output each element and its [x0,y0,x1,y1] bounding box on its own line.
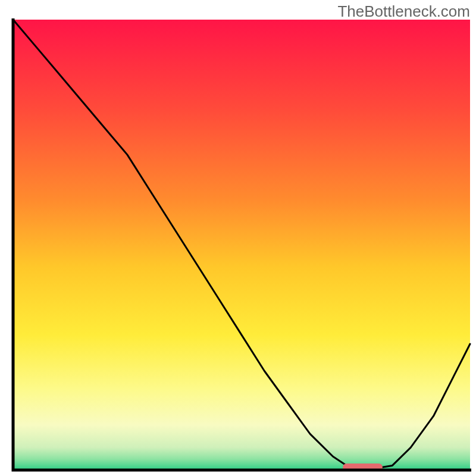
chart-canvas: TheBottleneck.com [0,0,476,476]
chart-svg [0,0,476,476]
watermark-text: TheBottleneck.com [337,2,470,21]
plot-background [13,20,470,470]
